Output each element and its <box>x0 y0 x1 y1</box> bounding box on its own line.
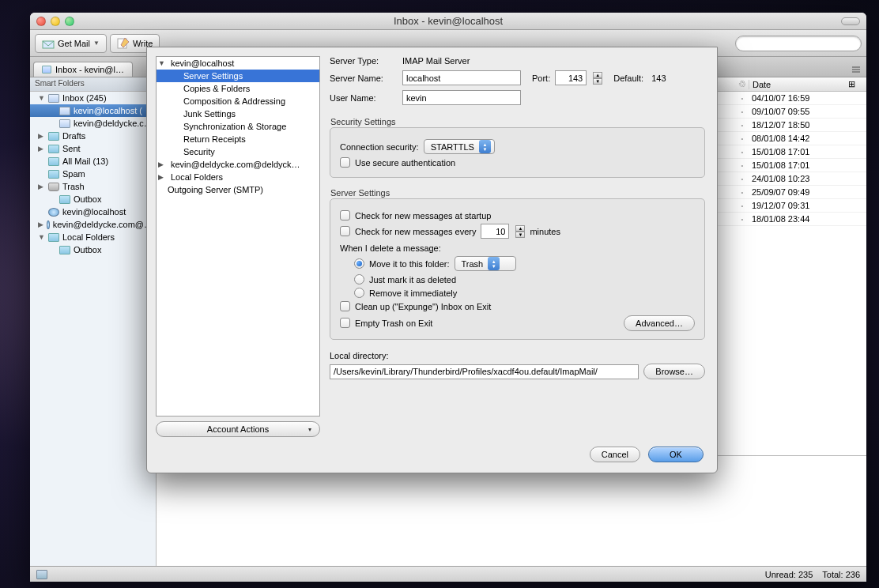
expunge-checkbox[interactable] <box>340 301 350 311</box>
tree-item[interactable]: Copies & Folders <box>157 82 319 95</box>
sidebar-item[interactable]: Spam <box>30 168 156 180</box>
interval-stepper[interactable]: ▲▼ <box>515 225 525 238</box>
tree-item[interactable]: Junk Settings <box>157 107 319 120</box>
sidebar-item[interactable]: ▶Drafts <box>30 130 156 142</box>
check-interval-input[interactable] <box>481 224 509 239</box>
sidebar-item[interactable]: Outbox <box>30 243 156 256</box>
tree-item[interactable]: Return Receipts <box>157 133 319 145</box>
connection-security-select[interactable]: STARTTLS ▲▼ <box>424 139 495 154</box>
default-port: 143 <box>651 74 666 83</box>
folder-icon <box>48 170 59 179</box>
folder-icon <box>48 183 59 191</box>
just-mark-radio[interactable] <box>354 274 364 285</box>
folder-icon <box>59 195 70 204</box>
trash-folder-select[interactable]: Trash ▲▼ <box>455 256 516 271</box>
sidebar-item[interactable]: ▼Inbox (245) <box>30 92 156 104</box>
status-dot-icon: • <box>736 175 749 183</box>
empty-trash-checkbox[interactable] <box>340 318 350 328</box>
sidebar-item[interactable]: ▶Sent <box>30 142 156 155</box>
close-icon[interactable] <box>36 17 46 26</box>
tree-item[interactable]: Security <box>157 145 319 158</box>
tree-item[interactable]: Server Settings <box>157 70 319 82</box>
user-name-label: User Name: <box>330 93 398 103</box>
status-dot-icon: • <box>736 189 749 196</box>
check-every-label-a: Check for new messages every <box>355 227 476 236</box>
just-mark-label: Just mark it as deleted <box>369 275 456 285</box>
folder-icon <box>59 107 70 115</box>
status-dot-icon: • <box>736 135 749 142</box>
move-to-folder-radio[interactable] <box>354 258 364 269</box>
folder-icon <box>48 208 59 217</box>
cancel-button[interactable]: Cancel <box>590 447 640 462</box>
tree-item[interactable]: Outgoing Server (SMTP) <box>157 183 319 196</box>
status-dot-icon: • <box>736 149 749 156</box>
get-mail-label: Get Mail <box>58 39 90 48</box>
tree-item[interactable]: ▶Local Folders <box>157 171 319 183</box>
tree-item[interactable]: Synchronization & Storage <box>157 120 319 133</box>
sidebar-item[interactable]: kevin@deldycke.c… <box>30 117 156 130</box>
activity-icon[interactable] <box>36 570 47 579</box>
sidebar-item[interactable]: Outbox <box>30 193 156 205</box>
folder-icon <box>48 233 59 242</box>
check-startup-checkbox[interactable] <box>340 210 350 220</box>
dropdown-arrow-icon: ▼ <box>93 40 100 47</box>
account-actions-button[interactable]: Account Actions <box>156 421 320 437</box>
column-picker-icon[interactable]: ⊞ <box>847 79 855 89</box>
security-settings-title: Security Settings <box>330 117 396 126</box>
column-date[interactable]: Date <box>749 80 847 89</box>
account-settings-dialog: ▼kevin@localhostServer SettingsCopies & … <box>146 47 718 473</box>
minimize-icon[interactable] <box>51 17 60 26</box>
search-input[interactable] <box>735 36 862 51</box>
sidebar-item[interactable]: ▶Trash <box>30 180 156 193</box>
recycle-icon[interactable]: ♲ <box>736 79 749 89</box>
server-name-input[interactable] <box>402 70 521 85</box>
sidebar-item[interactable]: ▶kevin@deldycke.com@… <box>30 218 156 231</box>
sidebar-item[interactable]: ▼Local Folders <box>30 231 156 243</box>
svg-rect-3 <box>852 69 860 70</box>
remove-immediately-radio[interactable] <box>354 288 364 298</box>
tree-item[interactable]: ▶kevin@deldycke.com@deldyck… <box>157 158 319 171</box>
status-dot-icon: • <box>736 216 749 223</box>
tree-item[interactable]: ▼kevin@localhost <box>157 57 319 70</box>
status-dot-icon: • <box>736 122 749 129</box>
sidebar-item[interactable]: All Mail (13) <box>30 155 156 168</box>
folder-sidebar: Smart Folders ▼Inbox (245)kevin@localhos… <box>30 77 157 566</box>
default-label: Default: <box>613 74 643 83</box>
port-stepper[interactable]: ▲▼ <box>593 72 602 85</box>
svg-rect-4 <box>852 71 860 73</box>
server-settings-group: Server Settings Check for new messages a… <box>330 198 705 340</box>
select-arrows-icon: ▲▼ <box>488 257 500 270</box>
user-name-input[interactable] <box>402 90 521 105</box>
port-input[interactable] <box>555 70 587 85</box>
expunge-label: Clean up ("Expunge") Inbox on Exit <box>355 302 491 311</box>
tab-options-icon[interactable] <box>851 64 863 77</box>
check-every-label-b: minutes <box>530 227 560 236</box>
get-mail-button[interactable]: Get Mail ▼ <box>35 34 107 53</box>
server-name-label: Server Name: <box>330 74 398 83</box>
folder-icon <box>48 145 59 153</box>
tab-inbox[interactable]: Inbox - kevin@l… <box>33 62 133 77</box>
sidebar-item[interactable]: kevin@localhost <box>30 205 156 218</box>
status-dot-icon: • <box>736 95 749 102</box>
status-dot-icon: • <box>736 202 749 209</box>
ok-button[interactable]: OK <box>648 447 704 462</box>
server-type-label: Server Type: <box>330 56 398 66</box>
sidebar-item[interactable]: kevin@localhost ( <box>30 104 156 117</box>
advanced-button[interactable]: Advanced… <box>624 315 695 331</box>
when-delete-label: When I delete a message: <box>340 243 695 253</box>
empty-trash-label: Empty Trash on Exit <box>355 318 432 328</box>
folder-icon <box>59 119 70 128</box>
toolbar-toggle-pill[interactable] <box>841 17 860 25</box>
status-bar: Unread: 235 Total: 236 <box>30 566 866 582</box>
dialog-footer: Cancel OK <box>156 437 708 464</box>
status-text: Unread: 235 Total: 236 <box>765 570 860 579</box>
folder-icon <box>48 132 59 141</box>
server-type-value: IMAP Mail Server <box>402 56 470 66</box>
secure-auth-checkbox[interactable] <box>340 157 350 168</box>
browse-button[interactable]: Browse… <box>643 364 705 379</box>
local-directory-input[interactable] <box>330 364 639 379</box>
zoom-icon[interactable] <box>65 17 74 26</box>
accounts-tree[interactable]: ▼kevin@localhostServer SettingsCopies & … <box>156 56 320 416</box>
tree-item[interactable]: Composition & Addressing <box>157 95 319 107</box>
check-every-checkbox[interactable] <box>340 226 350 236</box>
